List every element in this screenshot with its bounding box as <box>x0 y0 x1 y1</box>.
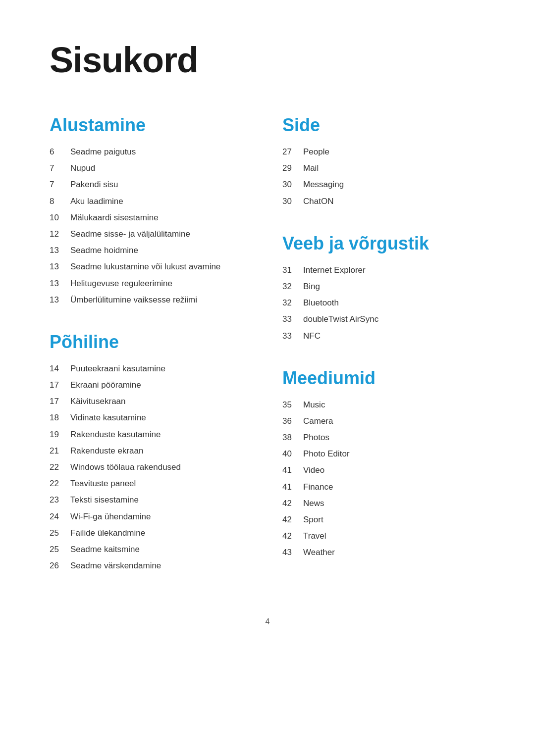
toc-page-number: 42 <box>282 529 303 543</box>
toc-page-number: 23 <box>50 493 70 506</box>
toc-page-number: 25 <box>50 526 70 540</box>
toc-page-number: 22 <box>50 460 70 474</box>
toc-item: 38Photos <box>282 429 485 446</box>
toc-item-text: Vidinate kasutamine <box>70 411 146 424</box>
toc-item-text: Failide ülekandmine <box>70 526 145 540</box>
toc-page-number: 32 <box>282 296 303 309</box>
section-title-veeb-ja-vorgustik: Veeb ja võrgustik <box>282 233 485 254</box>
section-veeb-ja-vorgustik: Veeb ja võrgustik31Internet Explorer32Bi… <box>282 233 485 344</box>
toc-item: 13Seadme lukustamine või lukust avamine <box>50 258 253 275</box>
toc-item: 25Failide ülekandmine <box>50 525 253 541</box>
toc-item: 7Nupud <box>50 160 253 176</box>
toc-item: 18Vidinate kasutamine <box>50 409 253 426</box>
toc-list-side: 27People29Mail30Messaging30ChatON <box>282 144 485 209</box>
toc-item: 27People <box>282 144 485 160</box>
toc-page-number: 13 <box>50 293 70 306</box>
toc-page-number: 36 <box>282 414 303 428</box>
toc-item: 33doubleTwist AirSync <box>282 311 485 327</box>
toc-page-number: 13 <box>50 260 70 273</box>
toc-item: 13Helitugevuse reguleerimine <box>50 275 253 292</box>
toc-page-number: 18 <box>50 411 70 424</box>
toc-page-number: 35 <box>282 398 303 411</box>
toc-item-text: Pakendi sisu <box>70 178 118 191</box>
toc-page-number: 7 <box>50 178 70 191</box>
toc-item-text: Teavituste paneel <box>70 477 136 490</box>
toc-item: 42Travel <box>282 528 485 544</box>
toc-item-text: Seadme sisse- ja väljalülitamine <box>70 227 190 241</box>
toc-item-text: Finance <box>303 480 333 494</box>
toc-item: 8Aku laadimine <box>50 193 253 209</box>
toc-item: 31Internet Explorer <box>282 262 485 278</box>
toc-item: 6Seadme paigutus <box>50 144 253 160</box>
toc-page-number: 14 <box>50 362 70 375</box>
toc-page-number: 21 <box>50 444 70 457</box>
toc-item: 36Camera <box>282 413 485 429</box>
toc-item: 13Seadme hoidmine <box>50 242 253 258</box>
page-number: 4 <box>50 617 485 626</box>
toc-item-text: Bluetooth <box>303 296 339 309</box>
toc-item: 13Ümberlülitumine vaiksesse režiimi <box>50 292 253 308</box>
toc-page-number: 42 <box>282 513 303 526</box>
toc-page-number: 17 <box>50 378 70 392</box>
toc-page-number: 30 <box>282 178 303 191</box>
toc-item-text: ChatON <box>303 195 333 208</box>
toc-list-alustamine: 6Seadme paigutus7Nupud7Pakendi sisu8Aku … <box>50 144 253 308</box>
toc-item: 30Messaging <box>282 176 485 193</box>
toc-item-text: Helitugevuse reguleerimine <box>70 277 172 290</box>
toc-item-text: Seadme paigutus <box>70 145 136 158</box>
toc-page-number: 12 <box>50 227 70 241</box>
toc-item: 7Pakendi sisu <box>50 176 253 193</box>
toc-page-number: 41 <box>282 480 303 494</box>
toc-item-text: People <box>303 145 329 158</box>
toc-page-number: 22 <box>50 477 70 490</box>
toc-item-text: Messaging <box>303 178 344 191</box>
toc-page-number: 31 <box>282 263 303 277</box>
toc-item: 42Sport <box>282 511 485 528</box>
toc-item-text: Mälukaardi sisestamine <box>70 211 159 224</box>
toc-item: 32Bluetooth <box>282 295 485 311</box>
toc-item: 26Seadme värskendamine <box>50 557 253 574</box>
toc-item-text: News <box>303 497 324 510</box>
page-title: Sisukord <box>50 40 485 80</box>
section-title-pohiline: Põhiline <box>50 332 253 353</box>
toc-item: 23Teksti sisestamine <box>50 492 253 508</box>
toc-item: 10Mälukaardi sisestamine <box>50 209 253 226</box>
toc-item: 19Rakenduste kasutamine <box>50 426 253 443</box>
toc-page-number: 17 <box>50 395 70 408</box>
toc-item-text: Travel <box>303 529 326 543</box>
toc-page-number: 27 <box>282 145 303 158</box>
toc-item-text: Puuteekraani kasutamine <box>70 362 165 375</box>
toc-page-number: 25 <box>50 543 70 556</box>
section-meediumid: Meediumid35Music36Camera38Photos40Photo … <box>282 368 485 561</box>
toc-item-text: Bing <box>303 280 320 293</box>
toc-page-number: 30 <box>282 195 303 208</box>
toc-item: 17Käivitusekraan <box>50 393 253 409</box>
toc-item: 30ChatON <box>282 193 485 209</box>
toc-item-text: Photos <box>303 431 329 444</box>
section-title-side: Side <box>282 115 485 136</box>
toc-item-text: Seadme kaitsmine <box>70 543 140 556</box>
toc-item-text: Mail <box>303 161 319 175</box>
toc-item-text: Video <box>303 463 324 477</box>
toc-item: 32Bing <box>282 278 485 295</box>
toc-item-text: Seadme värskendamine <box>70 559 161 572</box>
right-column: Side27People29Mail30Messaging30ChatONVee… <box>282 115 485 598</box>
toc-page-number: 13 <box>50 244 70 257</box>
toc-page-number: 33 <box>282 329 303 343</box>
toc-layout: Alustamine6Seadme paigutus7Nupud7Pakendi… <box>50 115 485 598</box>
toc-item-text: Internet Explorer <box>303 263 366 277</box>
toc-item-text: Seadme lukustamine või lukust avamine <box>70 260 220 273</box>
toc-item: 21Rakenduste ekraan <box>50 443 253 459</box>
toc-item: 41Finance <box>282 479 485 495</box>
toc-item-text: NFC <box>303 329 321 343</box>
toc-item: 40Photo Editor <box>282 446 485 462</box>
section-alustamine: Alustamine6Seadme paigutus7Nupud7Pakendi… <box>50 115 253 308</box>
section-title-meediumid: Meediumid <box>282 368 485 389</box>
toc-item-text: Windows töölaua rakendused <box>70 460 181 474</box>
toc-page-number: 40 <box>282 447 303 460</box>
toc-item-text: Camera <box>303 414 333 428</box>
toc-item-text: Weather <box>303 546 335 559</box>
toc-item-text: Teksti sisestamine <box>70 493 139 506</box>
toc-item: 22Windows töölaua rakendused <box>50 459 253 475</box>
toc-list-veeb-ja-vorgustik: 31Internet Explorer32Bing32Bluetooth33do… <box>282 262 485 344</box>
